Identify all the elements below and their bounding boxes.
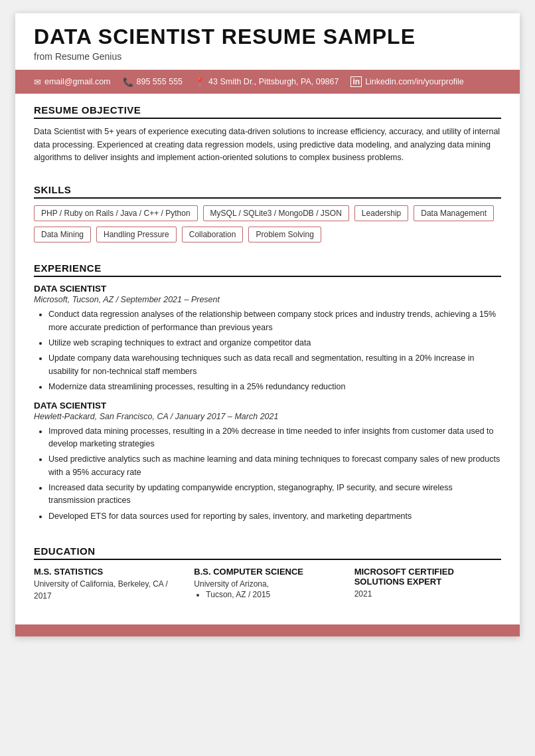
job-title: DATA SCIENTIST — [34, 401, 501, 411]
objective-section: RESUME OBJECTIVE Data Scientist with 5+ … — [15, 94, 520, 175]
location-icon: 📍 — [194, 77, 205, 87]
skill-tag: Problem Solving — [248, 227, 321, 242]
education-section: EDUCATION M.S. STATISTICSUniversity of C… — [15, 545, 520, 613]
linkedin-contact: in Linkedin.com/in/yourprofile — [350, 76, 463, 87]
main-title: DATA SCIENTIST RESUME SAMPLE — [34, 25, 501, 48]
education-title: EDUCATION — [34, 545, 501, 560]
phone-icon: 📞 — [123, 77, 133, 87]
job-bullet: Increased data security by updating comp… — [48, 482, 501, 508]
phone-text: 895 555 555 — [137, 77, 183, 86]
skills-title: SKILLS — [34, 184, 501, 199]
edu-sub-bullet-item: Tucson, AZ / 2015 — [206, 590, 341, 599]
jobs-container: DATA SCIENTISTMicrosoft, Tucson, AZ / Se… — [34, 284, 501, 523]
address-text: 43 Smith Dr., Pittsburgh, PA, 09867 — [208, 77, 339, 86]
job-bullets: Conduct data regression analyses of the … — [34, 308, 501, 393]
experience-section: EXPERIENCE DATA SCIENTISTMicrosoft, Tucs… — [15, 262, 520, 536]
job-entry: DATA SCIENTISTHewlett-Packard, San Franc… — [34, 401, 501, 523]
linkedin-text: Linkedin.com/in/yourprofile — [365, 77, 464, 86]
job-bullets: Improved data mining processes, resultin… — [34, 425, 501, 523]
objective-text: Data Scientist with 5+ years of experien… — [34, 126, 501, 164]
edu-degree: M.S. STATISTICS — [34, 567, 181, 577]
edu-details: University of California, Berkeley, CA /… — [34, 578, 181, 602]
skill-tag: Handling Pressure — [96, 227, 177, 242]
edu-details: 2021 — [354, 588, 501, 600]
resume-container: DATA SCIENTIST RESUME SAMPLE from Resume… — [15, 13, 520, 636]
email-contact: ✉ email@gmail.com — [34, 77, 111, 87]
skill-tag: PHP / Ruby on Rails / Java / C++ / Pytho… — [34, 205, 198, 221]
job-subtitle: Hewlett-Packard, San Francisco, CA / Jan… — [34, 412, 501, 421]
job-title: DATA SCIENTIST — [34, 284, 501, 294]
edu-item: M.S. STATISTICSUniversity of California,… — [34, 567, 181, 602]
email-text: email@gmail.com — [44, 77, 111, 86]
phone-contact: 📞 895 555 555 — [123, 77, 183, 87]
email-icon: ✉ — [34, 77, 41, 87]
skill-tag: Leadership — [354, 205, 408, 221]
subtitle: from Resume Genius — [34, 51, 501, 62]
job-subtitle: Microsoft, Tucson, AZ / September 2021 –… — [34, 295, 501, 304]
job-bullet: Conduct data regression analyses of the … — [48, 308, 501, 334]
skill-tag: MySQL / SQLite3 / MongoDB / JSON — [203, 205, 349, 221]
job-bullet: Update company data warehousing techniqu… — [48, 352, 501, 378]
edu-sub-bullet: Tucson, AZ / 2015 — [194, 590, 341, 599]
job-bullet: Developed ETS for data sources used for … — [48, 510, 501, 523]
edu-item: B.S. COMPUTER SCIENCEUniversity of Arizo… — [194, 567, 341, 602]
skill-tag: Data Management — [414, 205, 494, 221]
job-bullet: Improved data mining processes, resultin… — [48, 425, 501, 451]
job-bullet: Used predictive analytics such as machin… — [48, 453, 501, 479]
skill-tag: Collaboration — [182, 227, 244, 242]
bottom-bar — [15, 624, 520, 636]
experience-title: EXPERIENCE — [34, 262, 501, 277]
edu-degree: MICROSOFT CERTIFIED SOLUTIONS EXPERT — [354, 567, 501, 587]
edu-details: University of Arizona, — [194, 578, 341, 590]
skill-tags-container: PHP / Ruby on Rails / Java / C++ / Pytho… — [34, 205, 501, 242]
edu-grid: M.S. STATISTICSUniversity of California,… — [34, 567, 501, 602]
edu-item: MICROSOFT CERTIFIED SOLUTIONS EXPERT2021 — [354, 567, 501, 602]
job-bullet: Modernize data streamlining processes, r… — [48, 381, 501, 393]
linkedin-icon: in — [350, 76, 362, 87]
header-section: DATA SCIENTIST RESUME SAMPLE from Resume… — [15, 13, 520, 70]
job-entry: DATA SCIENTISTMicrosoft, Tucson, AZ / Se… — [34, 284, 501, 393]
edu-degree: B.S. COMPUTER SCIENCE — [194, 567, 341, 577]
job-bullet: Utilize web scraping techniques to extra… — [48, 337, 501, 349]
objective-title: RESUME OBJECTIVE — [34, 104, 501, 119]
address-contact: 📍 43 Smith Dr., Pittsburgh, PA, 09867 — [194, 77, 339, 87]
skills-section: SKILLS PHP / Ruby on Rails / Java / C++ … — [15, 184, 520, 253]
skill-tag: Data Mining — [34, 227, 91, 242]
contact-bar: ✉ email@gmail.com 📞 895 555 555 📍 43 Smi… — [15, 70, 520, 94]
